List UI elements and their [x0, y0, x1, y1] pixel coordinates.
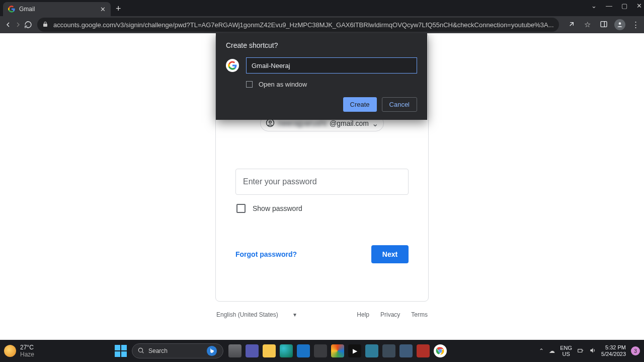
search-placeholder: Search	[148, 347, 168, 354]
dropdown-caret-icon: ▾	[293, 311, 296, 318]
open-as-window-checkbox[interactable]	[246, 81, 253, 88]
clock-time: 5:32 PM	[601, 344, 626, 351]
sidepanel-icon[interactable]	[598, 20, 609, 30]
show-password-label: Show password	[253, 204, 302, 212]
svg-line-6	[142, 351, 144, 353]
tab-close-icon[interactable]: ✕	[100, 6, 106, 13]
clock-date: 5/24/2023	[601, 351, 626, 357]
forward-button[interactable]	[14, 18, 22, 31]
search-tabs-icon[interactable]: ⌄	[591, 2, 597, 10]
cancel-button[interactable]: Cancel	[382, 97, 417, 112]
svg-point-4	[269, 121, 272, 123]
terms-link[interactable]: Terms	[411, 311, 428, 318]
back-button[interactable]	[4, 18, 12, 31]
shortcut-name-input[interactable]	[246, 57, 417, 74]
taskbar-search[interactable]: Search	[132, 343, 223, 358]
task-view-icon[interactable]	[228, 344, 242, 357]
minimize-icon[interactable]: —	[606, 2, 612, 10]
onedrive-icon[interactable]: ☁	[549, 347, 555, 354]
browser-toolbar: accounts.google.com/v3/signin/challenge/…	[0, 16, 644, 33]
svg-rect-0	[601, 21, 607, 27]
file-explorer-icon[interactable]	[263, 344, 276, 357]
signin-footer: English (United States) ▾ Help Privacy T…	[215, 311, 429, 318]
browser-menu-icon[interactable]: ⋮	[630, 20, 641, 29]
tab-title: Gmail	[19, 6, 100, 13]
language-indicator[interactable]: ENG US	[560, 345, 572, 357]
help-link[interactable]: Help	[357, 311, 369, 318]
start-button[interactable]	[115, 345, 127, 357]
create-shortcut-dialog: Create shortcut? Open as window Create C…	[216, 33, 427, 120]
windows-taskbar: 27°C Haze Search ▶	[0, 340, 644, 362]
dialog-title: Create shortcut?	[226, 41, 417, 49]
app-icon-3[interactable]	[399, 344, 413, 357]
reload-button[interactable]	[24, 18, 32, 31]
gmail-favicon	[8, 6, 15, 13]
email-prefix: neerajparushi	[278, 119, 327, 128]
svg-point-5	[138, 348, 142, 352]
m365-icon[interactable]	[331, 344, 344, 357]
maximize-icon[interactable]: ▢	[621, 2, 627, 10]
lang-bot: US	[560, 351, 572, 357]
teams-icon[interactable]	[246, 344, 259, 357]
pinned-apps: ▶	[228, 344, 447, 357]
close-window-icon[interactable]: ✕	[636, 2, 642, 10]
profile-avatar[interactable]	[614, 19, 625, 30]
chrome-icon[interactable]	[434, 344, 447, 357]
chevron-down-icon: ⌄	[372, 119, 378, 128]
notification-badge[interactable]: 3	[631, 346, 640, 355]
calculator-icon[interactable]	[314, 344, 327, 357]
create-button[interactable]: Create	[343, 97, 377, 112]
network-icon[interactable]	[577, 347, 584, 355]
bookmark-star-icon[interactable]: ☆	[582, 20, 593, 29]
url-text: accounts.google.com/v3/signin/challenge/…	[53, 21, 554, 29]
store-icon[interactable]	[297, 344, 310, 357]
volume-icon[interactable]	[589, 347, 596, 355]
share-icon[interactable]	[566, 20, 577, 30]
address-bar[interactable]: accounts.google.com/v3/signin/challenge/…	[37, 18, 559, 32]
language-label: English (United States)	[216, 311, 278, 318]
weather-cond: Haze	[20, 351, 34, 358]
svg-rect-11	[578, 349, 582, 352]
weather-temp: 27°C	[20, 344, 34, 351]
app-icon-4[interactable]	[417, 344, 430, 357]
media-player-icon[interactable]: ▶	[348, 344, 361, 357]
lock-icon	[42, 21, 49, 29]
svg-point-10	[439, 350, 441, 352]
search-icon	[137, 347, 144, 355]
app-icon-1[interactable]	[365, 344, 378, 357]
bing-chat-icon[interactable]	[206, 345, 218, 357]
taskbar-clock[interactable]: 5:32 PM 5/24/2023	[601, 344, 626, 357]
app-icon-2[interactable]	[382, 344, 395, 357]
open-as-window-label: Open as window	[259, 81, 307, 88]
forgot-password-link[interactable]: Forgot password?	[235, 250, 297, 258]
show-password-checkbox[interactable]	[236, 204, 246, 213]
svg-point-2	[618, 22, 621, 25]
tab-strip: Gmail ✕ + ⌄ — ▢ ✕	[0, 0, 644, 16]
window-controls: ⌄ — ▢ ✕	[591, 2, 642, 10]
new-tab-button[interactable]: +	[116, 4, 121, 14]
next-button[interactable]: Next	[371, 245, 409, 263]
edge-icon[interactable]	[280, 344, 293, 357]
google-logo-icon	[226, 59, 239, 72]
language-selector[interactable]: English (United States) ▾	[216, 311, 296, 318]
browser-tab[interactable]: Gmail ✕	[3, 2, 111, 16]
system-tray: ⌃ ☁ ENG US 5:32 PM 5/24/2023 3	[539, 344, 640, 357]
lang-top: ENG	[560, 345, 572, 351]
weather-icon	[4, 345, 16, 357]
tray-expand-icon[interactable]: ⌃	[539, 347, 544, 354]
weather-widget[interactable]: 27°C Haze	[4, 344, 34, 358]
password-input[interactable]	[235, 169, 409, 195]
email-domain: @gmail.com	[330, 119, 369, 127]
privacy-link[interactable]: Privacy	[380, 311, 400, 318]
